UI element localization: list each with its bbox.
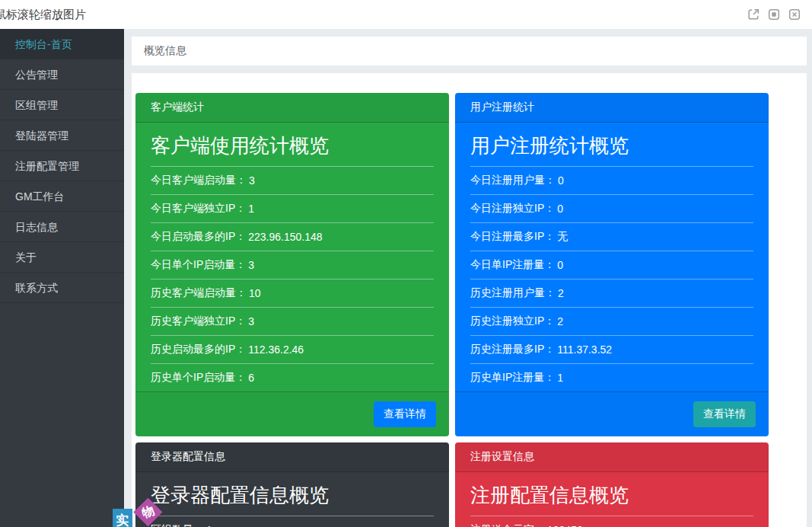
stat-label: 今日启动最多的IP [151,230,246,244]
stat-label: 历史注册最多IP [470,343,555,356]
stat-row: 今日单IP注册量0 [470,251,753,279]
stat-label: 历史客户端启动量 [151,286,247,300]
cards-grid: 客户端统计客户端使用统计概览今日客户端启动量3今日客户端独立IP1今日启动最多的… [135,93,769,527]
stat-value: 123456 [547,524,583,527]
stat-label: 历史注册用户量 [470,286,556,300]
breadcrumb-label: 概览信息 [144,44,186,58]
sidebar-item-label: 区组管理 [15,99,58,111]
stat-value: 223.96.150.148 [248,231,322,243]
sidebar-item-label: 注册配置管理 [15,160,79,172]
sidebar-item-3[interactable]: 登陆器管理 [0,120,124,151]
stat-value: 111.37.3.52 [557,343,612,356]
sidebar-item-label: 关于 [15,251,37,264]
card-body: 客户端使用统计概览今日客户端启动量3今日客户端独立IP1今日启动最多的IP223… [135,123,449,391]
stat-value: 0 [557,259,563,271]
stat-value: 2 [558,287,564,299]
page-title: 鼠标滚轮缩放图片 [0,8,86,22]
sidebar-item-0[interactable]: 控制台-首页 [0,29,124,59]
card-body: 注册配置信息概览注册送金元宝123456注册送银元宝12346 [455,472,769,527]
stat-row: 历史启动最多的IP112.36.2.46 [151,336,434,364]
stat-value: 3 [248,259,254,271]
card-header-title: 用户注册统计 [455,93,769,123]
card-launcher-config: 登录器配置信息登录器配置信息概览区组数量1公告数量1 [135,442,449,527]
stat-row: 今日注册独立IP0 [470,195,753,223]
sidebar-item-7[interactable]: 关于 [0,242,124,273]
view-details-button[interactable]: 查看详情 [693,401,756,427]
stat-value: 3 [249,174,255,187]
floating-badge-shi[interactable]: 实 [113,509,132,527]
card-header-title: 注册设置信息 [455,442,769,472]
stat-value: 6 [248,372,254,384]
card-header-title: 客户端统计 [135,93,449,123]
stat-label: 今日注册独立IP [470,202,555,216]
sidebar-item-1[interactable]: 公告管理 [0,59,124,90]
card-client-stats: 客户端统计客户端使用统计概览今日客户端启动量3今日客户端独立IP1今日启动最多的… [135,93,449,436]
topbar: 鼠标滚轮缩放图片 [0,0,812,29]
stat-label: 历史客户端独立IP [151,315,246,328]
stat-label: 今日客户端启动量 [151,174,247,187]
sidebar-item-4[interactable]: 注册配置管理 [0,151,124,181]
stat-label: 历史启动最多的IP [151,343,246,356]
stat-value: 3 [248,315,254,327]
sidebar-item-5[interactable]: GM工作台 [0,181,124,212]
stat-label: 今日注册最多IP [470,230,555,244]
stat-label: 注册送金元宝 [470,523,545,527]
stat-row: 今日客户端启动量3 [151,167,434,195]
stat-row: 区组数量1 [151,516,434,527]
card-body: 登录器配置信息概览区组数量1公告数量1 [135,472,449,527]
stat-row: 历史单IP注册量1 [470,364,753,391]
stat-row: 今日注册最多IP无 [470,223,753,251]
card-register-stats: 用户注册统计用户注册统计概览今日注册用户量0今日注册独立IP0今日注册最多IP无… [455,93,769,436]
card-overview-title: 用户注册统计概览 [470,133,753,167]
stat-value: 1 [248,203,254,215]
app-window: 鼠标滚轮缩放图片 控制台-首页公告管理区组管理登陆器管理注册配置管理GM工作台日… [0,0,812,527]
card-header-title: 登录器配置信息 [135,442,449,472]
stat-row: 历史客户端启动量10 [151,279,434,308]
stat-value: 无 [557,230,568,244]
stat-row: 今日启动最多的IP223.96.150.148 [151,223,434,251]
close-icon[interactable] [788,8,801,21]
stat-label: 历史单个IP启动量 [151,371,246,385]
card-footer: 查看详情 [135,391,449,436]
app-body: 控制台-首页公告管理区组管理登陆器管理注册配置管理GM工作台日志信息关于联系方式… [0,29,812,527]
overview-panel: 客户端统计客户端使用统计概览今日客户端启动量3今日客户端独立IP1今日启动最多的… [132,73,807,527]
card-overview-title: 登录器配置信息概览 [151,482,434,516]
stat-row: 历史客户端独立IP3 [151,308,434,336]
card-overview-title: 客户端使用统计概览 [151,133,434,167]
sidebar-item-label: 公告管理 [15,69,58,81]
card-overview-title: 注册配置信息概览 [470,482,753,516]
sidebar-item-label: 日志信息 [15,221,58,233]
stat-value: 1 [206,524,212,527]
window-controls [747,8,801,21]
stat-label: 今日单个IP启动量 [151,258,246,272]
stat-value: 2 [557,315,563,327]
stat-row: 历史注册独立IP2 [470,308,753,336]
maximize-icon[interactable] [767,8,781,21]
stat-label: 今日注册用户量 [470,174,556,187]
sidebar-item-8[interactable]: 联系方式 [0,273,124,303]
sidebar-item-label: GM工作台 [15,190,65,203]
stat-value: 0 [558,174,564,187]
card-footer: 查看详情 [455,391,769,436]
stat-label: 历史单IP注册量 [470,371,555,385]
stat-value: 10 [249,287,261,299]
stat-value: 1 [557,372,563,384]
sidebar: 控制台-首页公告管理区组管理登陆器管理注册配置管理GM工作台日志信息关于联系方式 [0,29,124,527]
stat-value: 112.36.2.46 [248,343,304,356]
breadcrumb: 概览信息 [132,37,807,65]
stat-label: 今日单IP注册量 [470,258,555,272]
stat-label: 区组数量 [151,523,204,527]
stat-label: 今日客户端独立IP [151,202,246,216]
stat-row: 今日单个IP启动量3 [151,251,434,279]
open-external-icon[interactable] [747,8,760,21]
view-details-button[interactable]: 查看详情 [374,401,436,427]
card-register-config: 注册设置信息注册配置信息概览注册送金元宝123456注册送银元宝12346 [455,442,769,527]
sidebar-item-2[interactable]: 区组管理 [0,90,124,120]
stat-value: 0 [557,203,563,215]
stat-row: 注册送金元宝123456 [470,516,753,527]
sidebar-item-6[interactable]: 日志信息 [0,212,124,242]
floating-badge-wu-label: 物 [139,503,156,522]
stat-row: 今日注册用户量0 [470,167,753,195]
stat-label: 历史注册独立IP [470,315,555,328]
stat-row: 今日客户端独立IP1 [151,195,434,223]
